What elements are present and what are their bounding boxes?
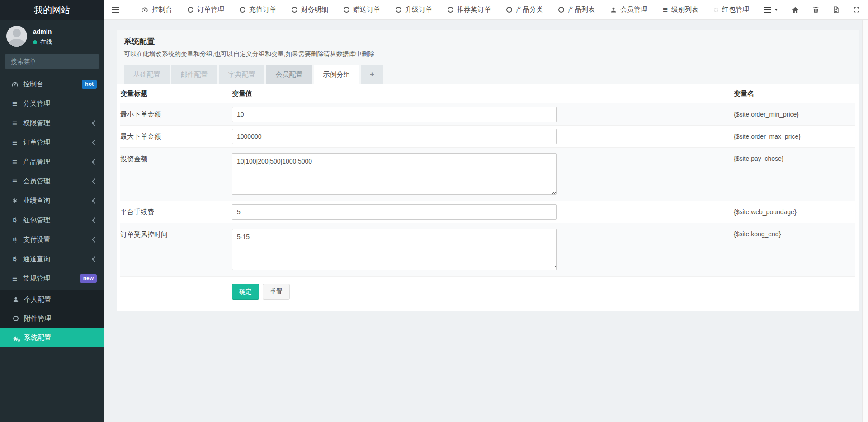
config-tabs: 基础配置 邮件配置 字典配置 会员配置 示例分组 + <box>124 65 851 84</box>
topnav-tab-finance[interactable]: 财务明细 <box>284 0 336 20</box>
order-max-price-input[interactable] <box>232 129 557 144</box>
tab-member-config[interactable]: 会员配置 <box>266 65 312 84</box>
topnav-tab-label: 升级订单 <box>405 5 432 14</box>
trash-icon <box>812 6 819 13</box>
sidebar-menu: 控制台 hot ≡ 分类管理 ≡ 权限管理 ≡ 订单管理 ≡ 产品管理 ≡ 会员… <box>0 75 104 347</box>
main-content: 系统配置 可以在此增改系统的变量和分组,也可以自定义分组和变量,如果需要删除请从… <box>104 20 862 422</box>
sidebar-toggle-icon[interactable] <box>104 7 127 13</box>
user-status: 在线 <box>33 38 52 46</box>
topnav-tab-product-list[interactable]: 产品列表 <box>551 0 603 20</box>
confirm-button[interactable]: 确定 <box>232 284 259 300</box>
topnav-tab-recharge[interactable]: 充值订单 <box>232 0 284 20</box>
table-header-row: 变量标题 变量值 变量名 <box>120 84 855 103</box>
topnav-tab-members[interactable]: 会员管理 <box>603 0 655 20</box>
column-header-varname: 变量名 <box>734 89 855 98</box>
pay-chose-textarea[interactable]: 10|100|200|500|1000|5000 <box>232 153 557 195</box>
sidebar-submenu: 个人配置 附件管理 系统配置 <box>0 290 104 347</box>
gears-icon <box>11 334 20 341</box>
asterisk-icon <box>10 198 19 204</box>
tab-example-group[interactable]: 示例分组 <box>314 65 359 84</box>
sidebar-item-permission[interactable]: ≡ 权限管理 <box>0 113 104 133</box>
topnav-tab-dashboard[interactable]: 控制台 <box>133 0 180 20</box>
circle-icon <box>240 7 245 13</box>
circle-icon <box>506 7 512 13</box>
brand-title[interactable]: 我的网站 <box>0 0 104 20</box>
circle-small-icon <box>714 8 718 12</box>
topnav-tab-levels[interactable]: ≡ 级别列表 <box>655 0 706 20</box>
sidebar-search <box>5 54 99 69</box>
scrollbar-track[interactable] <box>862 20 868 422</box>
top-navbar: 控制台 订单管理 充值订单 财务明细 赠送订单 升级订单 推荐奖订单 产品分类 <box>104 0 868 20</box>
sidebar-item-product[interactable]: ≡ 产品管理 <box>0 152 104 172</box>
tabs-menu-dropdown[interactable] <box>757 0 785 19</box>
circle-icon <box>396 7 401 13</box>
field-value-cell: 10|100|200|500|1000|5000 <box>232 148 734 196</box>
sidebar-item-order[interactable]: ≡ 订单管理 <box>0 133 104 152</box>
topnav-tab-orders[interactable]: 订单管理 <box>180 0 232 20</box>
sidebar-item-profile[interactable]: 个人配置 <box>0 290 104 309</box>
order-min-price-input[interactable] <box>232 107 557 122</box>
clear-cache-button[interactable] <box>826 0 846 19</box>
field-value-cell <box>232 204 734 220</box>
topnav-tab-label: 产品列表 <box>568 5 595 14</box>
sidebar-item-payment[interactable]: 支付设置 <box>0 230 104 249</box>
config-table: 变量标题 变量值 变量名 最小下单金额 {$site.order_min_pri… <box>117 84 859 311</box>
user-avatar <box>6 26 27 47</box>
user-info: admin 在线 <box>33 26 52 47</box>
tab-basic-config[interactable]: 基础配置 <box>124 65 170 84</box>
config-card: 系统配置 可以在此增改系统的变量和分组,也可以自定义分组和变量,如果需要删除请从… <box>117 30 859 311</box>
tab-mail-config[interactable]: 邮件配置 <box>171 65 217 84</box>
sidebar-item-label: 系统配置 <box>24 333 51 342</box>
topnav-tab-product-category[interactable]: 产品分类 <box>499 0 551 20</box>
field-label: 最小下单金额 <box>120 110 232 119</box>
add-tab-button[interactable]: + <box>361 65 383 84</box>
sidebar-item-channel[interactable]: 通道查询 <box>0 249 104 269</box>
chevron-left-icon <box>92 178 98 184</box>
sidebar-item-label: 红包管理 <box>23 216 50 225</box>
table-row: 订单受风控时间 5-15 {$site.kong_end} <box>120 223 855 277</box>
field-label: 订单受风控时间 <box>120 223 232 239</box>
list-icon: ≡ <box>10 99 19 108</box>
topnav-tab-gift[interactable]: 赠送订单 <box>336 0 388 20</box>
field-varname: {$site.web_poundage} <box>734 208 855 216</box>
fullscreen-button[interactable] <box>846 0 867 19</box>
sidebar-item-label: 个人配置 <box>24 295 51 304</box>
sidebar-item-label: 产品管理 <box>23 158 50 166</box>
search-input[interactable] <box>10 57 94 66</box>
list-icon: ≡ <box>10 177 19 186</box>
kong-end-textarea[interactable]: 5-15 <box>232 229 557 270</box>
field-varname: {$site.order_max_price} <box>734 133 855 140</box>
column-header-value: 变量值 <box>232 89 734 98</box>
topnav-tab-referral[interactable]: 推荐奖订单 <box>440 0 499 20</box>
web-poundage-input[interactable] <box>232 204 557 220</box>
tab-dictionary-config[interactable]: 字典配置 <box>219 65 264 84</box>
field-value-cell <box>232 129 734 144</box>
sidebar-item-attachment[interactable]: 附件管理 <box>0 309 104 328</box>
field-value-cell: 5-15 <box>232 223 734 272</box>
topnav-tab-label: 订单管理 <box>197 5 224 14</box>
clear-trash-button[interactable] <box>806 0 826 19</box>
sidebar-item-sysconfig[interactable]: 系统配置 <box>0 328 104 347</box>
field-varname: {$site.order_min_price} <box>734 111 855 118</box>
chevron-left-icon <box>92 140 98 145</box>
sidebar-item-label: 业绩查询 <box>23 197 50 205</box>
sidebar-item-category[interactable]: ≡ 分类管理 <box>0 94 104 113</box>
sidebar-item-dashboard[interactable]: 控制台 hot <box>0 75 104 94</box>
sidebar-item-label: 支付设置 <box>23 235 50 244</box>
field-varname: {$site.pay_chose} <box>734 148 855 162</box>
home-button[interactable] <box>785 0 806 19</box>
topnav-tab-redpacket[interactable]: 红包管理 <box>706 0 757 20</box>
topnav-tab-upgrade[interactable]: 升级订单 <box>388 0 440 20</box>
circle-icon <box>188 7 193 13</box>
field-varname: {$site.kong_end} <box>734 223 855 238</box>
sidebar-item-redpacket[interactable]: 红包管理 <box>0 211 104 230</box>
sidebar-item-label: 权限管理 <box>23 119 50 127</box>
sidebar-item-performance[interactable]: 业绩查询 <box>0 191 104 211</box>
sidebar-item-member[interactable]: ≡ 会员管理 <box>0 172 104 191</box>
page-subtitle: 可以在此增改系统的变量和分组,也可以自定义分组和变量,如果需要删除请从数据库中删… <box>124 50 851 58</box>
circle-icon <box>292 7 297 13</box>
menu-lines-icon <box>764 7 771 13</box>
sidebar-item-general[interactable]: ≡ 常规管理 new <box>0 269 104 288</box>
table-row: 平台手续费 {$site.web_poundage} <box>120 201 855 223</box>
reset-button[interactable]: 重置 <box>263 284 290 300</box>
